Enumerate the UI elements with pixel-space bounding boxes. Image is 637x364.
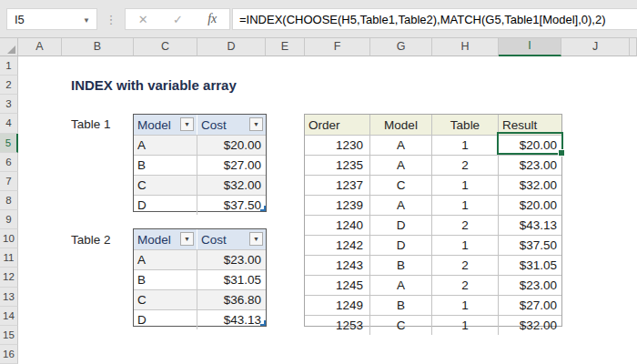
cell-c14[interactable]: D: [134, 310, 197, 329]
cell-f7[interactable]: 1237: [305, 176, 370, 195]
cell-i13[interactable]: $27.00: [499, 296, 561, 315]
row-header-13[interactable]: 13: [0, 288, 18, 307]
cell-c5[interactable]: A: [134, 136, 197, 155]
cell-i10[interactable]: $37.50: [499, 236, 561, 255]
cell-d7[interactable]: $32.00: [197, 176, 266, 195]
cell-g10[interactable]: D: [370, 236, 432, 255]
cell-f10[interactable]: 1242: [305, 236, 370, 255]
table1-label[interactable]: Table 1: [71, 117, 111, 131]
cell-h10[interactable]: 1: [432, 236, 499, 255]
cell-i6[interactable]: $23.00: [499, 156, 561, 175]
cell-f6[interactable]: 1235: [305, 156, 370, 175]
cell-h6[interactable]: 2: [432, 156, 499, 175]
row-header-11[interactable]: 11: [0, 248, 18, 268]
column-header-partial[interactable]: [630, 38, 637, 56]
cell-i7[interactable]: $32.00: [499, 176, 561, 195]
table2-header-model[interactable]: Model ▼: [134, 229, 197, 249]
row-header-1[interactable]: 1: [0, 56, 18, 76]
table2-resize-handle[interactable]: [260, 320, 266, 326]
cell-c12[interactable]: B: [134, 270, 197, 289]
row-header-6[interactable]: 6: [0, 153, 18, 172]
cell-h11[interactable]: 2: [432, 256, 499, 275]
cell-f5[interactable]: 1230: [305, 136, 370, 155]
row-header-14[interactable]: 14: [0, 307, 18, 326]
cell-d12[interactable]: $31.05: [197, 270, 266, 289]
cell-h8[interactable]: 1: [432, 196, 499, 215]
cell-c6[interactable]: B: [134, 156, 197, 175]
row-header-5-selected[interactable]: 5: [0, 134, 18, 153]
column-header-b[interactable]: B: [62, 38, 134, 56]
cell-i9[interactable]: $43.13: [499, 216, 561, 235]
column-header-f[interactable]: F: [305, 38, 370, 56]
column-header-g[interactable]: G: [370, 38, 432, 56]
cell-d8[interactable]: $37.50: [197, 196, 266, 215]
cell-i12[interactable]: $23.00: [499, 276, 561, 295]
cell-i11[interactable]: $31.05: [499, 256, 561, 275]
filter-dropdown-icon[interactable]: ▼: [249, 232, 263, 246]
orders-header-order[interactable]: Order: [305, 115, 370, 135]
name-box-dropdown-icon[interactable]: ▼: [83, 16, 90, 25]
row-header-2[interactable]: 2: [0, 76, 18, 95]
row-header-7[interactable]: 7: [0, 172, 18, 191]
enter-icon[interactable]: ✓: [173, 13, 183, 26]
column-header-c[interactable]: C: [134, 38, 197, 56]
cell-g7[interactable]: C: [370, 176, 432, 195]
cell-d14[interactable]: $43.13: [197, 310, 266, 329]
filter-dropdown-icon[interactable]: ▼: [180, 232, 194, 246]
cell-g11[interactable]: B: [370, 256, 432, 275]
cell-c13[interactable]: C: [134, 290, 197, 309]
select-all-button[interactable]: [0, 38, 18, 56]
cell-i8[interactable]: $20.00: [499, 196, 561, 215]
table2-header-cost[interactable]: Cost ▼: [197, 229, 266, 249]
cell-g12[interactable]: A: [370, 276, 432, 295]
orders-header-result[interactable]: Result: [499, 115, 561, 135]
cell-g8[interactable]: A: [370, 196, 432, 215]
column-header-h[interactable]: H: [432, 38, 499, 56]
cell-g5[interactable]: A: [370, 136, 432, 155]
cell-f9[interactable]: 1240: [305, 216, 370, 235]
orders-header-model[interactable]: Model: [370, 115, 432, 135]
cell-i14[interactable]: $32.00: [499, 316, 561, 335]
row-header-12[interactable]: 12: [0, 268, 18, 287]
cell-f12[interactable]: 1245: [305, 276, 370, 295]
worksheet-title[interactable]: INDEX with variable array: [71, 77, 237, 93]
column-header-a[interactable]: A: [18, 38, 62, 56]
name-box[interactable]: I5 ▼: [6, 8, 97, 30]
cell-c8[interactable]: D: [134, 196, 197, 215]
column-header-i-selected[interactable]: I: [499, 38, 561, 56]
row-header-10[interactable]: 10: [0, 229, 18, 248]
column-header-d[interactable]: D: [197, 38, 266, 56]
table2-label[interactable]: Table 2: [71, 233, 111, 247]
cell-c11[interactable]: A: [134, 250, 197, 269]
filter-dropdown-icon[interactable]: ▼: [249, 117, 263, 131]
row-header-15[interactable]: 15: [0, 326, 18, 345]
cell-h12[interactable]: 2: [432, 276, 499, 295]
row-header-9[interactable]: 9: [0, 210, 18, 229]
cell-h7[interactable]: 1: [432, 176, 499, 195]
cell-d13[interactable]: $36.80: [197, 290, 266, 309]
insert-function-icon[interactable]: fx: [207, 12, 217, 26]
column-header-e[interactable]: E: [266, 38, 305, 56]
cell-g13[interactable]: B: [370, 296, 432, 315]
row-header-4[interactable]: 4: [0, 114, 18, 133]
fill-handle[interactable]: [558, 149, 565, 157]
row-header-3[interactable]: 3: [0, 95, 18, 114]
cell-c7[interactable]: C: [134, 176, 197, 195]
column-header-j[interactable]: J: [561, 38, 630, 56]
cell-g6[interactable]: A: [370, 156, 432, 175]
cell-d5[interactable]: $20.00: [197, 136, 266, 155]
cell-d6[interactable]: $27.00: [197, 156, 266, 175]
cell-h13[interactable]: 1: [432, 296, 499, 315]
table1-header-model[interactable]: Model ▼: [134, 115, 197, 135]
row-header-8[interactable]: 8: [0, 191, 18, 210]
table1-resize-handle[interactable]: [260, 206, 266, 211]
cell-h9[interactable]: 2: [432, 216, 499, 235]
cell-d11[interactable]: $23.00: [197, 250, 266, 269]
cell-i5-active[interactable]: $20.00: [499, 136, 561, 155]
cell-g14[interactable]: C: [370, 316, 432, 335]
cancel-icon[interactable]: ✕: [138, 13, 148, 26]
filter-dropdown-icon[interactable]: ▼: [180, 117, 194, 131]
row-header-16[interactable]: 16: [0, 345, 18, 364]
cell-h5[interactable]: 1: [432, 136, 499, 155]
table1-header-cost[interactable]: Cost ▼: [197, 115, 266, 135]
